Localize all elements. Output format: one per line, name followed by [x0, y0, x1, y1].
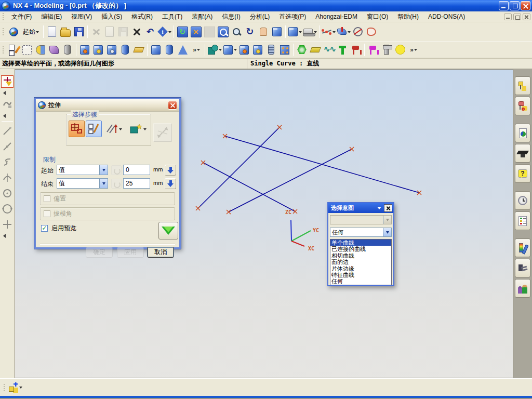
start-menu-button[interactable]: 起始	[20, 24, 42, 39]
step-sketch-section-button[interactable]	[86, 121, 102, 137]
ellipse-tool-button[interactable]	[1, 203, 14, 215]
help-button[interactable]: ?	[515, 164, 530, 183]
preview-checkbox[interactable]: ✓	[41, 225, 48, 232]
zoom-region-button[interactable]	[216, 24, 230, 39]
boss-button[interactable]	[91, 43, 105, 57]
menu-window[interactable]: 窗口(O)	[362, 11, 393, 22]
spline-tool-button[interactable]	[1, 156, 14, 168]
history-button[interactable]	[515, 191, 530, 210]
menu-format[interactable]: 格式(R)	[127, 11, 157, 22]
assembly-navigator-button[interactable]	[515, 76, 530, 95]
intent-option-connected-curves[interactable]: 已连接的曲线	[330, 246, 391, 252]
minimize-button[interactable]	[499, 1, 509, 10]
direction-dropdown[interactable]	[119, 128, 122, 132]
offset-checkbox[interactable]	[44, 195, 50, 202]
point-tool-button[interactable]	[1, 218, 14, 231]
spring-button[interactable]: ∿∿	[322, 43, 336, 57]
step-section-geometry-button[interactable]	[69, 121, 85, 137]
perspective-button[interactable]	[270, 24, 284, 39]
jig-red-button[interactable]	[349, 43, 363, 57]
pad-button[interactable]	[118, 43, 132, 57]
palette-button[interactable]	[515, 211, 530, 230]
menu-information[interactable]: 信息(I)	[217, 11, 245, 22]
end-arrow-button[interactable]	[165, 178, 176, 189]
cylinder-button[interactable]	[163, 43, 176, 57]
pattern-button[interactable]	[278, 43, 291, 57]
line-point-tool-button[interactable]	[1, 140, 14, 153]
surface-tool-button[interactable]	[336, 24, 351, 39]
pocket-button[interactable]	[105, 43, 118, 57]
menu-analysis[interactable]: 分析(L)	[245, 11, 275, 22]
mdi-close-button[interactable]	[523, 14, 530, 20]
arc-tool-button[interactable]	[1, 171, 14, 184]
sweep-button[interactable]	[47, 43, 61, 57]
cancel-button[interactable]: 取消	[147, 247, 174, 258]
intent-chevron-icon[interactable]	[383, 228, 391, 236]
web-browser-button[interactable]	[515, 124, 530, 142]
roles-button[interactable]	[515, 279, 530, 298]
menu-assemblies[interactable]: 装配(A)	[187, 11, 217, 22]
add-component-button[interactable]	[8, 380, 23, 395]
selection-filter-button[interactable]	[1, 75, 14, 88]
collapse-arrow3[interactable]	[1, 234, 6, 238]
intent-option-tangent-curves[interactable]: 相切曲线	[330, 252, 391, 259]
delete-button[interactable]	[130, 24, 143, 39]
thread-button[interactable]	[264, 43, 278, 57]
intent-option-single-curve[interactable]: 单个曲线	[330, 240, 391, 246]
hole-button[interactable]	[78, 43, 91, 57]
close-button[interactable]	[521, 1, 530, 10]
restore-button[interactable]	[510, 1, 520, 10]
step-boolean-button[interactable]	[126, 121, 150, 137]
intent-rule-combo[interactable]: 任何	[330, 228, 392, 237]
collapse-arrow[interactable]	[1, 91, 6, 95]
fit-view-button[interactable]: ×	[189, 24, 203, 39]
intent-option-sheet-edges[interactable]: 片体边缘	[330, 265, 391, 272]
pan-view-button[interactable]	[257, 24, 270, 39]
check-mate-button[interactable]	[515, 259, 530, 277]
cone-button[interactable]	[176, 43, 190, 57]
intent-title-dropdown-icon[interactable]	[377, 207, 381, 211]
selection-intent-titlebar[interactable]: 选择意图	[328, 203, 393, 213]
collapse-arrow2[interactable]	[1, 114, 6, 118]
extrude-button[interactable]	[20, 43, 34, 57]
extrude-dialog-titlebar[interactable]: 拉伸	[36, 99, 179, 112]
block-button[interactable]	[149, 43, 163, 57]
tube-button[interactable]	[61, 43, 74, 57]
intent-option-any[interactable]: 任何	[330, 278, 391, 284]
snap-point-button[interactable]	[1, 98, 14, 111]
menu-edit[interactable]: 编辑(E)	[36, 11, 66, 22]
open-file-button[interactable]	[59, 24, 72, 39]
menu-ahongzai-edm[interactable]: Ahongzai-EDM	[311, 12, 362, 21]
boolean-dropdown[interactable]	[143, 128, 147, 132]
step-direction-button[interactable]	[103, 121, 125, 137]
sketch-button[interactable]	[7, 43, 20, 57]
menu-insert[interactable]: 插入(S)	[97, 11, 127, 22]
bolt-green-button[interactable]	[336, 43, 349, 57]
start-combo-chevron-icon[interactable]	[99, 165, 108, 175]
display-mode-button[interactable]	[302, 24, 317, 39]
tutorials-button[interactable]	[515, 144, 530, 163]
mdi-minimize-button[interactable]	[504, 14, 512, 20]
menu-addons[interactable]: ADD-ONS(A)	[423, 12, 470, 21]
draft-checkbox[interactable]	[44, 210, 50, 217]
round-yellow-button[interactable]	[393, 43, 407, 57]
hex-nut-button[interactable]	[295, 43, 309, 57]
nx-logo-button[interactable]	[7, 24, 20, 39]
curve-tool-button[interactable]	[321, 24, 336, 39]
freeform-tool-button[interactable]	[365, 24, 378, 39]
zoom-in-out-button[interactable]	[230, 24, 243, 39]
new-file-button[interactable]	[45, 24, 59, 39]
emboss-button[interactable]	[132, 43, 145, 57]
toolbar-overflow2-button[interactable]: »	[407, 43, 420, 57]
start-option-combo[interactable]: 值	[57, 165, 108, 175]
menu-help[interactable]: 帮助(H)	[393, 11, 423, 22]
hole-feature-button[interactable]	[237, 43, 251, 57]
materials-button[interactable]	[515, 238, 530, 257]
extrude-dialog-close-button[interactable]	[168, 101, 177, 110]
information-button[interactable]	[157, 24, 172, 39]
start-value-input[interactable]: 0	[123, 165, 150, 175]
chamfer-button[interactable]	[251, 43, 264, 57]
menu-tools[interactable]: 工具(T)	[157, 11, 187, 22]
show-result-button[interactable]	[158, 222, 178, 240]
end-combo-chevron-icon[interactable]	[99, 179, 108, 188]
